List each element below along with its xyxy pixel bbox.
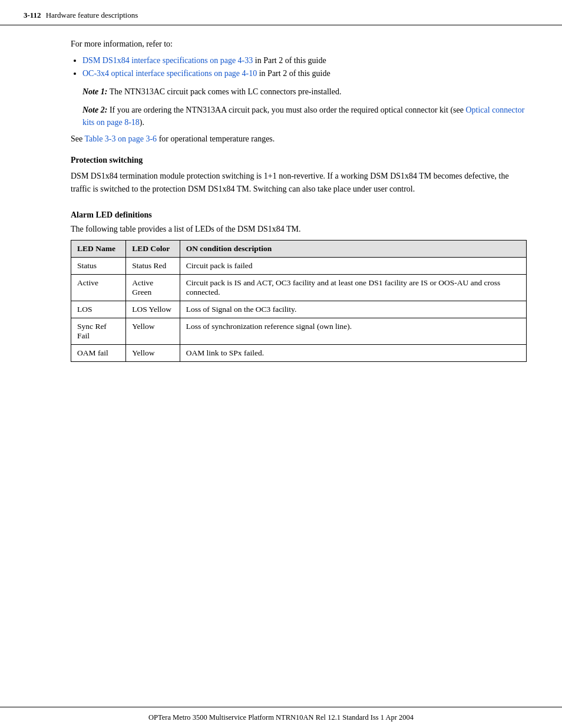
see-text: See Table 3-3 on page 3-6 for operationa…	[71, 134, 527, 144]
see-prefix: See	[71, 134, 84, 143]
list-item: OC-3x4 optical interface specifications …	[82, 69, 527, 78]
protection-switching-section: Protection switching DSM DS1x84 terminat…	[71, 156, 527, 196]
note-1-body: The NTN313AC circuit pack comes with LC …	[107, 87, 341, 96]
note-1-text: Note 1: The NTN313AC circuit pack comes …	[82, 85, 527, 98]
table-cell: OAM fail	[71, 344, 126, 361]
alarm-heading: Alarm LED definitions	[71, 210, 527, 220]
table-cell: Circuit pack is failed	[180, 257, 526, 274]
page-header: 3-112 Hardware feature descriptions	[0, 0, 562, 25]
table-row: LOSLOS YellowLoss of Signal on the OC3 f…	[71, 301, 527, 318]
alarm-led-section: Alarm LED definitions The following tabl…	[71, 210, 527, 362]
protection-body: DSM DS1x84 termination module protection…	[71, 170, 527, 196]
col-header-condition: ON condition description	[180, 240, 526, 257]
table-cell: Active	[71, 274, 126, 301]
col-header-led-name: LED Name	[71, 240, 126, 257]
page-number: 3-112	[24, 11, 41, 20]
table-cell: Status Red	[126, 257, 180, 274]
table-cell: Circuit pack is IS and ACT, OC3 facility…	[180, 274, 526, 301]
see-suffix: for operational temperature ranges.	[157, 134, 275, 143]
table-cell: Status	[71, 257, 126, 274]
table-cell: Yellow	[126, 318, 180, 344]
dsm-link[interactable]: DSM DS1x84 interface specifications on p…	[82, 56, 253, 65]
footer-text: OPTera Metro 3500 Multiservice Platform …	[148, 713, 414, 722]
bullet-suffix-2: in Part 2 of this guide	[257, 69, 330, 78]
table-cell: LOS Yellow	[126, 301, 180, 318]
table-cell: Yellow	[126, 344, 180, 361]
table-row: ActiveActive GreenCircuit pack is IS and…	[71, 274, 527, 301]
note-1-block: Note 1: The NTN313AC circuit pack comes …	[82, 85, 527, 98]
note-2-block: Note 2: If you are ordering the NTN313AA…	[82, 104, 527, 129]
oc3x4-link[interactable]: OC-3x4 optical interface specifications …	[82, 69, 257, 78]
table-cell: Active Green	[126, 274, 180, 301]
table-cell: LOS	[71, 301, 126, 318]
page-footer: OPTera Metro 3500 Multiservice Platform …	[0, 707, 562, 728]
note-1-label: Note 1:	[82, 87, 107, 96]
note-2-body: If you are ordering the NTN313AA circuit…	[107, 106, 465, 114]
table-cell: OAM link to SPx failed.	[180, 344, 526, 361]
table-intro: The following table provides a list of L…	[71, 225, 527, 234]
note-2-text: Note 2: If you are ordering the NTN313AA…	[82, 104, 527, 129]
main-content: For more information, refer to: DSM DS1x…	[0, 25, 562, 707]
protection-heading: Protection switching	[71, 156, 527, 165]
table-link[interactable]: Table 3-3 on page 3-6	[84, 134, 157, 143]
table-row: StatusStatus RedCircuit pack is failed	[71, 257, 527, 274]
reference-list: DSM DS1x84 interface specifications on p…	[82, 56, 527, 78]
col-header-led-color: LED Color	[126, 240, 180, 257]
table-row: OAM failYellowOAM link to SPx failed.	[71, 344, 527, 361]
bullet-suffix-1: in Part 2 of this guide	[253, 56, 326, 65]
table-cell: Sync Ref Fail	[71, 318, 126, 344]
table-cell: Loss of synchronization reference signal…	[180, 318, 526, 344]
intro-text: For more information, refer to:	[71, 39, 527, 49]
note-2-end: ).	[140, 118, 144, 127]
header-title: Hardware feature descriptions	[46, 11, 138, 20]
led-table: LED Name LED Color ON condition descript…	[71, 240, 527, 362]
page: 3-112 Hardware feature descriptions For …	[0, 0, 562, 728]
list-item: DSM DS1x84 interface specifications on p…	[82, 56, 527, 65]
table-row: Sync Ref FailYellowLoss of synchronizati…	[71, 318, 527, 344]
table-header-row: LED Name LED Color ON condition descript…	[71, 240, 527, 257]
table-cell: Loss of Signal on the OC3 facility.	[180, 301, 526, 318]
note-2-label: Note 2:	[82, 106, 107, 114]
